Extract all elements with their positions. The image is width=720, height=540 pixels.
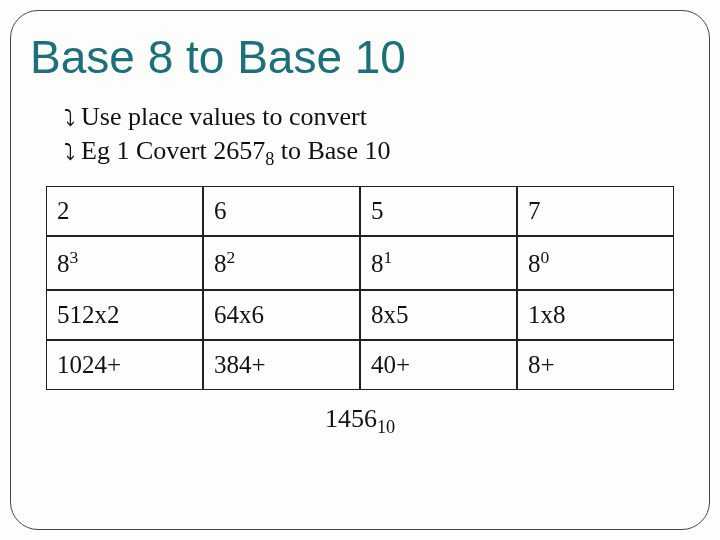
cell-place-value: 82 [203,236,360,289]
bullet-icon: ⤵ [64,105,75,131]
cell-product-expr: 8x5 [360,290,517,340]
cell-digit: 2 [46,186,203,236]
cell-digit: 6 [203,186,360,236]
bullet-text-prefix: Eg 1 Covert 2657 [81,136,265,165]
exponent: 1 [384,247,393,267]
base-number: 8 [371,251,384,278]
slide: Base 8 to Base 10 ⤵ Use place values to … [0,0,720,540]
exponent: 2 [227,247,236,267]
cell-product-expr: 1x8 [517,290,674,340]
table-row: 1024+ 384+ 40+ 8+ [46,340,674,390]
bullet-text: Use place values to convert [81,102,367,132]
bullet-list: ⤵ Use place values to convert ⤵ Eg 1 Cov… [64,102,698,170]
result-value: 145610 [22,404,698,438]
cell-sum-term: 40+ [360,340,517,390]
cell-product-expr: 512x2 [46,290,203,340]
table-row: 512x2 64x6 8x5 1x8 [46,290,674,340]
cell-place-value: 83 [46,236,203,289]
cell-digit: 7 [517,186,674,236]
exponent: 3 [70,247,79,267]
cell-sum-term: 1024+ [46,340,203,390]
cell-digit: 5 [360,186,517,236]
cell-product-expr: 64x6 [203,290,360,340]
bullet-item: ⤵ Eg 1 Covert 26578 to Base 10 [64,136,698,170]
bullet-icon: ⤵ [64,139,75,165]
slide-title: Base 8 to Base 10 [30,30,698,84]
table-row: 83 82 81 80 [46,236,674,289]
bullet-text: Eg 1 Covert 26578 to Base 10 [81,136,391,170]
cell-place-value: 81 [360,236,517,289]
table-row: 2 6 5 7 [46,186,674,236]
base-number: 8 [57,251,70,278]
result-base-subscript: 10 [377,417,395,437]
subscript-base: 8 [265,149,274,169]
result-number: 1456 [325,404,377,433]
bullet-item: ⤵ Use place values to convert [64,102,698,132]
base-number: 8 [528,251,541,278]
cell-sum-term: 384+ [203,340,360,390]
cell-place-value: 80 [517,236,674,289]
base-number: 8 [214,251,227,278]
bullet-text-suffix: to Base 10 [274,136,390,165]
conversion-table: 2 6 5 7 83 82 81 80 512x2 64x6 8x5 1x8 1… [46,186,674,389]
exponent: 0 [541,247,550,267]
cell-sum-term: 8+ [517,340,674,390]
